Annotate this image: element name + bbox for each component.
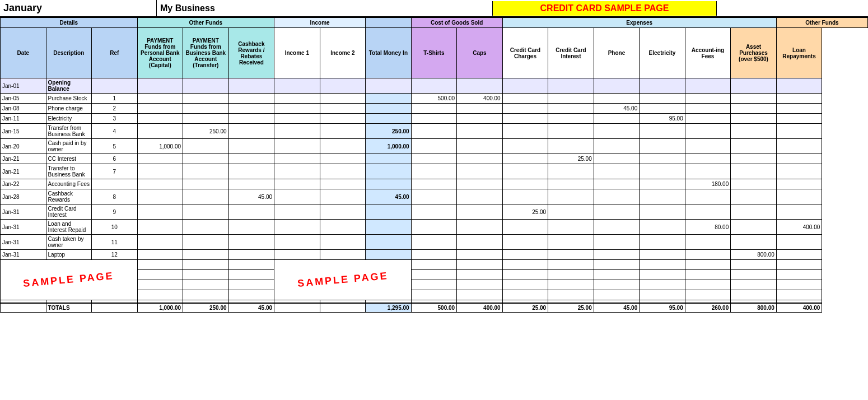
cell-phone — [594, 139, 640, 154]
sample-empty — [731, 270, 777, 280]
cell-inc2 — [320, 204, 366, 220]
cell-ref: 12 — [92, 250, 138, 260]
totals-loan-rep: 400.00 — [776, 303, 822, 313]
cell-ref: 1 — [92, 94, 138, 104]
cell-cc-interest — [548, 139, 594, 154]
sample-empty — [594, 290, 640, 300]
cell-desc: Purchase Stock — [46, 94, 92, 104]
cell-loan-rep — [776, 164, 822, 179]
cell-inc1 — [274, 154, 320, 164]
cell-inc2 — [320, 78, 366, 94]
cell-phone — [594, 235, 640, 250]
date-header: Date — [1, 28, 46, 78]
cell-desc: Transfer from Business Bank — [46, 124, 92, 139]
cell-tshirts — [411, 139, 457, 154]
cell-phone — [594, 114, 640, 124]
cell-ref: 2 — [92, 104, 138, 114]
totals-acct-fees: 260.00 — [685, 303, 731, 313]
cell-tshirts: 500.00 — [411, 94, 457, 104]
cell-cc-charges — [502, 94, 548, 104]
cell-ref: 8 — [92, 189, 138, 204]
sample-empty — [457, 280, 503, 290]
cell-date: Jan-31 — [1, 235, 46, 250]
totals-tshirts: 500.00 — [411, 303, 457, 313]
cell-cashback — [228, 220, 274, 235]
sample-empty — [685, 290, 731, 300]
cell-ref — [92, 78, 138, 94]
cell-cashback — [228, 179, 274, 189]
sample-empty — [594, 280, 640, 290]
cell-tshirts — [411, 220, 457, 235]
cell-inc2 — [320, 179, 366, 189]
sample-empty — [228, 260, 274, 270]
sample-empty — [502, 260, 548, 270]
sample-empty — [640, 290, 685, 300]
cell-total-in — [366, 235, 412, 250]
cell-desc: Cashback Rewards — [46, 189, 92, 204]
cell-total-in — [366, 94, 412, 104]
cell-cc-charges — [502, 104, 548, 114]
cell-cashback — [228, 250, 274, 260]
cell-acct-fees — [685, 114, 731, 124]
cell-caps — [457, 220, 503, 235]
cell-total-in — [366, 204, 412, 220]
sample-empty — [411, 260, 457, 270]
cell-electricity — [640, 235, 685, 250]
cell-asset-pur — [731, 94, 777, 104]
income-group: Income — [274, 18, 366, 28]
cell-ref: 10 — [92, 220, 138, 235]
cell-phone — [594, 179, 640, 189]
cell-inc2 — [320, 114, 366, 124]
cell-loan-rep — [776, 114, 822, 124]
cell-date: Jan-31 — [1, 220, 46, 235]
description-header: Description — [46, 28, 92, 78]
cell-asset-pur — [731, 124, 777, 139]
sub-header-row: Date Description Ref PAYMENT Funds from … — [1, 28, 868, 78]
cell-cashback — [228, 154, 274, 164]
totals-label: TOTALS — [46, 303, 92, 313]
sample-empty — [457, 270, 503, 280]
cell-pay-personal — [137, 189, 183, 204]
sample-empty — [183, 280, 229, 290]
sample-empty — [502, 280, 548, 290]
cell-acct-fees — [685, 250, 731, 260]
cell-date: Jan-28 — [1, 189, 46, 204]
cell-electricity — [640, 154, 685, 164]
cell-cc-interest — [548, 164, 594, 179]
business-title: My Business — [157, 1, 493, 16]
cell-date: Jan-01 — [1, 78, 46, 94]
cell-loan-rep — [776, 204, 822, 220]
cell-inc2 — [320, 220, 366, 235]
cell-acct-fees — [685, 164, 731, 179]
cell-asset-pur — [731, 164, 777, 179]
cell-cc-interest — [548, 235, 594, 250]
cell-cashback — [228, 204, 274, 220]
cell-inc2 — [320, 94, 366, 104]
sample-empty — [594, 260, 640, 270]
totals-cashback: 45.00 — [228, 303, 274, 313]
cell-cc-interest — [548, 179, 594, 189]
cell-caps — [457, 78, 503, 94]
cell-desc: Opening Balance — [46, 78, 92, 94]
cell-acct-fees — [685, 94, 731, 104]
cell-inc1 — [274, 78, 320, 94]
cell-date: Jan-11 — [1, 114, 46, 124]
ref-header: Ref — [92, 28, 138, 78]
cell-tshirts — [411, 164, 457, 179]
cell-ref: 6 — [92, 154, 138, 164]
sample-empty — [594, 270, 640, 280]
cell-desc: Transfer to Business Bank — [46, 164, 92, 179]
table-row: Jan-20 Cash paid in by owner 5 1,000.00 … — [1, 139, 868, 154]
cell-loan-rep — [776, 139, 822, 154]
cell-total-in — [366, 154, 412, 164]
cell-asset-pur: 800.00 — [731, 250, 777, 260]
table-row: Jan-22 Accounting Fees 180.00 — [1, 179, 868, 189]
sample-empty — [502, 290, 548, 300]
cell-inc1 — [274, 94, 320, 104]
cell-tshirts — [411, 114, 457, 124]
table-row: Jan-15 Transfer from Business Bank 4 250… — [1, 124, 868, 139]
sample-empty — [548, 270, 594, 280]
cell-acct-fees: 180.00 — [685, 179, 731, 189]
cell-tshirts — [411, 154, 457, 164]
cell-electricity — [640, 78, 685, 94]
